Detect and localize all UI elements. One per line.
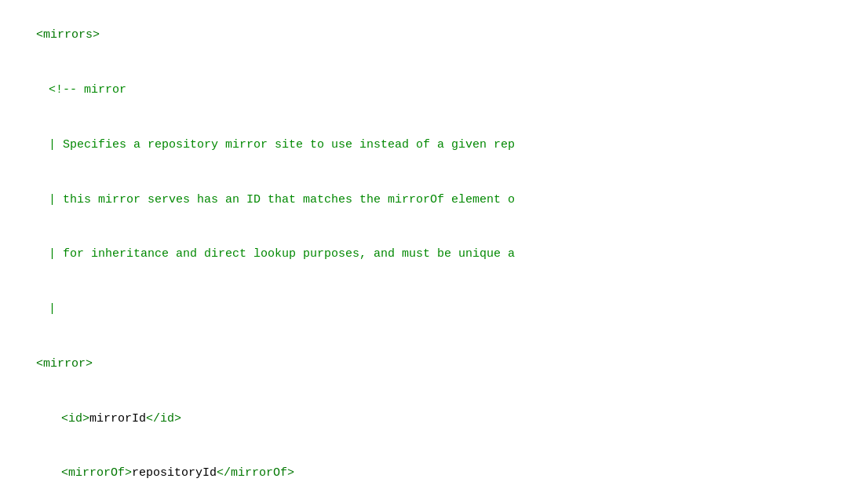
tag-mirrorof-close: </mirrorOf>: [217, 466, 294, 480]
comment-mirror-open: <!-- mirror: [36, 83, 126, 97]
line-comment-pipe: |: [8, 282, 855, 337]
comment-specifies: | Specifies a repository mirror site to …: [36, 138, 515, 152]
line-comment-this: | this mirror serves has an ID that matc…: [8, 172, 855, 227]
line-id-mirrored: <id>mirrorId</id>: [8, 391, 855, 446]
tag-id-close: </id>: [146, 412, 181, 425]
tag-mirrorof-open: <mirrorOf>: [36, 466, 132, 480]
text-mirrorid: mirrorId: [89, 412, 146, 425]
comment-for: | for inheritance and direct lookup purp…: [36, 247, 515, 261]
text-repositoryid: repositoryId: [132, 466, 217, 480]
tag-id-open: <id>: [36, 412, 89, 425]
comment-pipe: |: [36, 302, 56, 316]
code-container: <mirrors> <!-- mirror | Specifies a repo…: [0, 0, 868, 504]
line-mirrors-open: <mirrors>: [8, 8, 855, 63]
comment-this: | this mirror serves has an ID that matc…: [36, 193, 515, 206]
line-name-readable: <name>Human Readable Name for this Mirro…: [8, 501, 855, 504]
line-mirrorof: <mirrorOf>repositoryId</mirrorOf>: [8, 446, 855, 501]
line-mirror-open: <mirror>: [8, 337, 855, 392]
tag-mirrors-open: <mirrors>: [36, 28, 100, 42]
line-comment-mirror: <!-- mirror: [8, 63, 855, 118]
tag-mirror-open: <mirror>: [36, 357, 93, 371]
line-comment-specifies: | Specifies a repository mirror site to …: [8, 118, 855, 173]
line-comment-for: | for inheritance and direct lookup purp…: [8, 227, 855, 282]
